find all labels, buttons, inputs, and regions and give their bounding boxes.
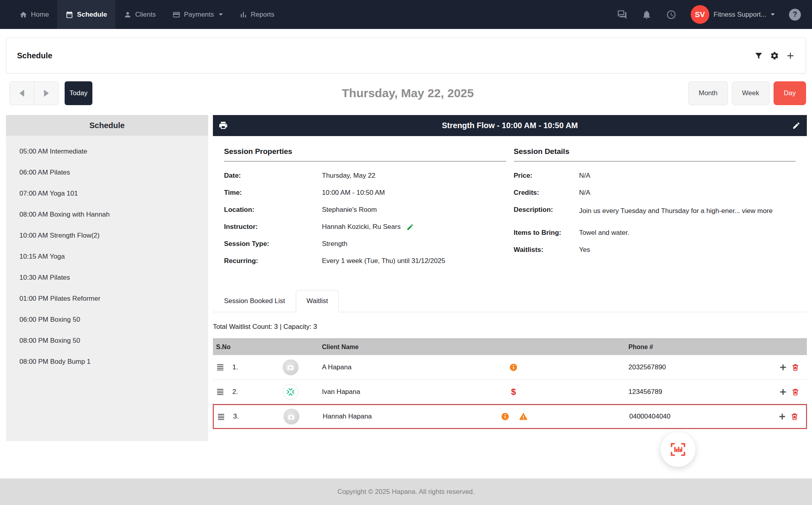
nav-item-payments[interactable]: Payments bbox=[164, 0, 231, 29]
filter-icon[interactable] bbox=[754, 51, 763, 60]
column-header-phone: Phone # bbox=[575, 344, 748, 351]
user-menu[interactable]: SV Fitness Support... bbox=[691, 5, 775, 24]
nav-item-reports[interactable]: Reports bbox=[231, 0, 283, 29]
prop-label: Location: bbox=[224, 206, 322, 214]
prop-value-date: Thursday, May 22 bbox=[322, 172, 375, 180]
info-icon[interactable] bbox=[501, 412, 509, 421]
drag-handle-icon[interactable] bbox=[216, 363, 224, 371]
prop-label: Description: bbox=[514, 206, 579, 214]
sidebar-title: Schedule bbox=[6, 115, 208, 136]
waitlist-row: 1.A Hapana2032567890 bbox=[213, 355, 807, 380]
prop-value-items: Towel and water. bbox=[579, 229, 630, 237]
tab-waitlist[interactable]: Waitlist bbox=[296, 290, 339, 312]
waitlist-table-header: S.No Client Name Phone # bbox=[213, 338, 807, 355]
prop-label: Instructor: bbox=[224, 223, 322, 231]
sidebar-session-item[interactable]: 07:00 AM Yoga 101 bbox=[6, 183, 208, 204]
delete-icon[interactable] bbox=[791, 363, 800, 372]
barcode-icon bbox=[669, 440, 687, 459]
delete-icon[interactable] bbox=[790, 412, 799, 421]
row-number: 1. bbox=[232, 363, 238, 371]
prev-day-button[interactable] bbox=[10, 82, 34, 105]
info-icon[interactable] bbox=[509, 363, 518, 372]
nav-item-home[interactable]: Home bbox=[11, 0, 57, 29]
prop-label: Items to Bring: bbox=[514, 229, 579, 237]
credit-card-icon bbox=[172, 11, 180, 19]
add-booking-icon[interactable] bbox=[778, 412, 787, 421]
nav-label: Payments bbox=[184, 11, 214, 19]
session-panel: Strength Flow - 10:00 AM - 10:50 AM Sess… bbox=[213, 115, 807, 429]
sidebar-session-item[interactable]: 08:00 PM Body Bump 1 bbox=[6, 351, 208, 372]
session-tabs: Session Booked List Waitlist bbox=[213, 290, 807, 312]
nav-label: Reports bbox=[251, 11, 275, 19]
sidebar-session-item[interactable]: 06:00 AM Pilates bbox=[6, 162, 208, 183]
client-phone: 2032567890 bbox=[575, 363, 748, 371]
sidebar-session-item[interactable]: 08:00 AM Boxing with Hannah bbox=[6, 204, 208, 225]
view-day-button[interactable]: Day bbox=[774, 81, 806, 105]
delete-icon[interactable] bbox=[791, 388, 800, 396]
nav-item-clients[interactable]: Clients bbox=[115, 0, 164, 29]
client-name[interactable]: A Hapana bbox=[313, 363, 452, 371]
waitlist-summary: Total Waitlist Count: 3 | Capacity: 3 bbox=[213, 323, 807, 331]
session-details: Session Details Price:N/A Credits:N/A De… bbox=[514, 147, 796, 274]
drag-handle-icon[interactable] bbox=[216, 388, 224, 396]
edit-instructor-icon[interactable] bbox=[406, 223, 414, 231]
person-icon bbox=[124, 11, 132, 19]
sidebar-session-item[interactable]: 08:00 PM Boxing 50 bbox=[6, 330, 208, 351]
next-day-button[interactable] bbox=[34, 82, 58, 105]
chevron-left-icon bbox=[19, 90, 24, 97]
sidebar-session-item[interactable]: 10:30 AM Pilates bbox=[6, 267, 208, 288]
hapana-logo-avatar bbox=[283, 384, 299, 400]
edit-session-icon[interactable] bbox=[792, 121, 801, 130]
clock-icon[interactable] bbox=[666, 10, 676, 20]
add-booking-icon[interactable] bbox=[779, 388, 787, 396]
warning-icon[interactable] bbox=[519, 412, 528, 421]
camera-avatar bbox=[283, 359, 299, 375]
nav-item-schedule[interactable]: Schedule bbox=[57, 0, 115, 29]
bell-icon[interactable] bbox=[642, 10, 652, 20]
tab-session-booked-list[interactable]: Session Booked List bbox=[213, 290, 296, 312]
page-title: Schedule bbox=[17, 51, 52, 60]
print-icon[interactable] bbox=[218, 121, 228, 130]
prop-value-price: N/A bbox=[579, 172, 590, 180]
prop-label: Price: bbox=[514, 172, 579, 180]
today-button[interactable]: Today bbox=[65, 81, 92, 105]
main-nav: Home Schedule Clients Payments Reports bbox=[11, 0, 283, 29]
client-name[interactable]: Ivan Hapana bbox=[313, 388, 452, 396]
column-header-sno: S.No bbox=[213, 344, 268, 351]
drag-handle-icon[interactable] bbox=[217, 413, 225, 421]
prop-value-time: 10:00 AM - 10:50 AM bbox=[322, 189, 385, 197]
prop-label: Credits: bbox=[514, 189, 579, 197]
waitlist-row: 3.Hannah Hapana04000404040 bbox=[213, 404, 807, 429]
prop-label: Session Type: bbox=[224, 240, 322, 248]
sidebar-session-list: 05:00 AM Intermediate06:00 AM Pilates07:… bbox=[6, 136, 208, 372]
top-navbar: Home Schedule Clients Payments Reports S… bbox=[0, 0, 812, 29]
dollar-icon[interactable]: $ bbox=[511, 388, 516, 396]
schedule-sidebar: Schedule 05:00 AM Intermediate06:00 AM P… bbox=[6, 115, 208, 441]
view-more-link[interactable]: view more bbox=[742, 207, 772, 215]
bar-chart-icon bbox=[239, 11, 247, 19]
help-icon[interactable]: ? bbox=[789, 9, 801, 21]
prop-label: Recurring: bbox=[224, 257, 322, 265]
view-week-button[interactable]: Week bbox=[732, 81, 770, 105]
view-month-button[interactable]: Month bbox=[688, 81, 728, 105]
add-booking-icon[interactable] bbox=[779, 363, 787, 372]
add-icon[interactable] bbox=[786, 51, 795, 60]
gear-icon[interactable] bbox=[770, 51, 779, 60]
session-panel-header: Strength Flow - 10:00 AM - 10:50 AM bbox=[213, 115, 807, 136]
sidebar-session-item[interactable]: 10:00 AM Strength Flow(2) bbox=[6, 225, 208, 246]
chat-icon[interactable] bbox=[617, 10, 627, 20]
prop-value-description: Join us every Tuesday and Thursday for a… bbox=[579, 207, 740, 215]
sidebar-session-item[interactable]: 10:15 AM Yoga bbox=[6, 246, 208, 267]
client-name[interactable]: Hannah Hapana bbox=[314, 413, 453, 421]
barcode-scan-button[interactable] bbox=[661, 432, 695, 467]
footer: Copyright © 2025 Hapana. All rights rese… bbox=[0, 478, 812, 505]
sidebar-session-item[interactable]: 01:00 PM Pilates Reformer bbox=[6, 288, 208, 309]
user-name: Fitness Support... bbox=[714, 11, 766, 19]
sidebar-session-item[interactable]: 05:00 AM Intermediate bbox=[6, 141, 208, 162]
copyright-text: Copyright © 2025 Hapana. All rights rese… bbox=[337, 488, 475, 496]
sidebar-session-item[interactable]: 06:00 PM Boxing 50 bbox=[6, 309, 208, 330]
nav-label: Clients bbox=[135, 11, 156, 19]
nav-label: Home bbox=[31, 11, 49, 19]
schedule-card-header: Schedule bbox=[6, 38, 806, 73]
column-header-client-name: Client Name bbox=[313, 344, 452, 351]
